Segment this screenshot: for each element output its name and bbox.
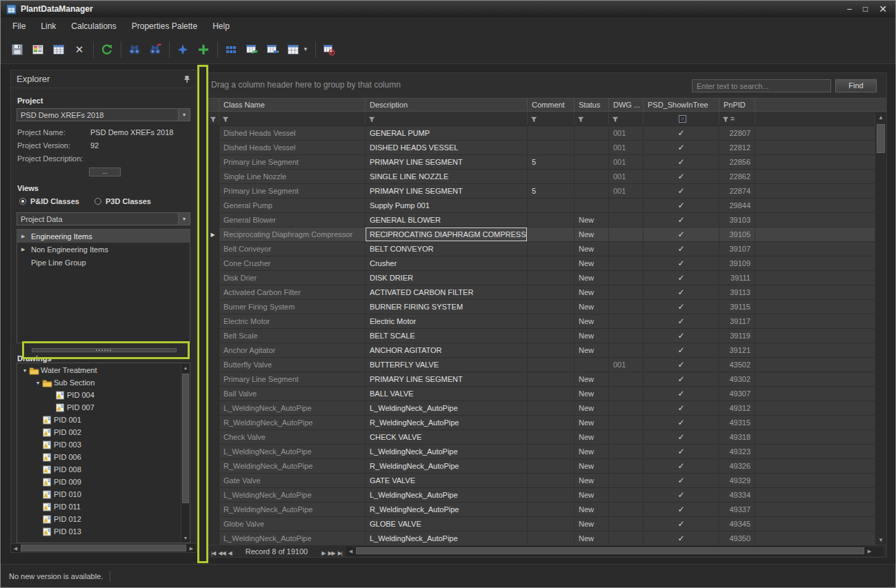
cell-description[interactable]: RECIPROCATING DIAPHRAGM COMPRESSOR <box>366 227 528 241</box>
cell-class-name[interactable]: R_WeldingNeck_AutoPipe <box>219 459 366 473</box>
cell-dwg[interactable]: 001 <box>609 141 644 154</box>
filter-cell-comment[interactable] <box>528 112 575 125</box>
cell-status[interactable]: New <box>575 242 609 256</box>
maximize-icon[interactable]: □ <box>863 5 868 13</box>
cell-class-name[interactable]: General Pump <box>219 199 366 212</box>
cell-class-name[interactable]: Electric Motor <box>219 314 366 328</box>
cell-status[interactable]: New <box>575 343 609 357</box>
cell-pnpid[interactable]: 22812 <box>719 141 755 154</box>
cell-pnpid[interactable]: 22856 <box>719 155 755 169</box>
cell-comment[interactable] <box>528 329 575 343</box>
menu-item-properties-palette[interactable]: Properties Palette <box>124 19 205 34</box>
cell-status[interactable] <box>575 358 609 372</box>
table-row[interactable]: Check ValveCHECK VALVENew✓49318 <box>207 430 886 445</box>
cell-description[interactable]: PRIMARY LINE SEGMENT <box>366 372 528 386</box>
cell-dwg[interactable] <box>609 488 644 502</box>
cell-comment[interactable] <box>528 343 575 357</box>
find-advanced-icon[interactable] <box>147 41 163 58</box>
table-row[interactable]: General PumpSupply Pump 001✓29844 <box>207 199 886 213</box>
cell-status[interactable]: New <box>575 314 609 328</box>
cell-comment[interactable] <box>528 271 575 285</box>
cell-comment[interactable] <box>528 256 575 270</box>
cell-class-name[interactable]: Ball Valve <box>219 387 366 401</box>
cell-psd-showintree[interactable]: ✓ <box>644 285 719 299</box>
cell-status[interactable] <box>575 141 609 154</box>
column-header-comment[interactable]: Comment <box>528 99 575 111</box>
cell-dwg[interactable] <box>609 213 644 227</box>
cell-dwg[interactable] <box>609 329 644 343</box>
cell-description[interactable]: Crusher <box>366 256 528 270</box>
cell-psd-showintree[interactable]: ✓ <box>644 227 719 241</box>
table-row[interactable]: L_WeldingNeck_AutoPipeL_WeldingNeck_Auto… <box>207 531 886 546</box>
vertical-splitter[interactable] <box>199 67 205 560</box>
cell-pnpid[interactable]: 43502 <box>719 358 755 372</box>
cell-dwg[interactable] <box>609 401 644 415</box>
cell-comment[interactable] <box>528 170 575 183</box>
cell-comment[interactable] <box>528 213 575 227</box>
cell-comment[interactable] <box>528 517 575 531</box>
refresh-icon[interactable] <box>99 41 115 58</box>
cell-class-name[interactable]: Reciprocating Diaphragm Compressor <box>219 227 366 241</box>
cell-comment[interactable] <box>528 126 575 140</box>
cell-comment[interactable]: 5 <box>528 184 575 198</box>
scroll-right-icon[interactable]: ▶ <box>865 547 874 556</box>
expand-icon[interactable]: ▶ <box>21 234 31 239</box>
cell-pnpid[interactable]: 49337 <box>719 503 755 516</box>
chevron-down-icon[interactable]: ▼ <box>178 213 190 225</box>
cell-dwg[interactable] <box>609 517 644 531</box>
grid-horizontal-scrollbar[interactable]: ◀ ▶ <box>346 547 884 556</box>
cell-status[interactable]: New <box>575 213 609 227</box>
menu-item-file[interactable]: File <box>5 19 33 34</box>
drawing-tree-item-pid-010[interactable]: PID 010 <box>17 488 181 500</box>
menu-item-link[interactable]: Link <box>33 19 63 34</box>
edit-grid-icon[interactable] <box>264 41 281 58</box>
scroll-up-icon[interactable]: ▲ <box>181 363 190 372</box>
drawing-tree-item-pid-007[interactable]: PID 007 <box>17 401 181 414</box>
cell-status[interactable]: New <box>575 430 609 444</box>
cell-description[interactable]: ACTIVATED CARBON FILTER <box>366 285 528 299</box>
cell-pnpid[interactable]: 49312 <box>719 401 755 415</box>
cell-comment[interactable] <box>528 300 575 314</box>
cell-description[interactable]: Supply Pump 001 <box>366 199 528 212</box>
cell-psd-showintree[interactable]: ✓ <box>644 314 719 328</box>
pager-button[interactable]: ▶| <box>337 550 344 556</box>
cell-comment[interactable] <box>528 430 575 444</box>
cell-status[interactable]: New <box>575 503 609 516</box>
pager-button[interactable]: ◀◀ <box>217 550 226 556</box>
cell-psd-showintree[interactable]: ✓ <box>644 271 719 285</box>
drawing-tree-item-pid-004[interactable]: PID 004 <box>17 389 181 401</box>
cell-status[interactable]: New <box>575 271 609 285</box>
class-tree-item-pipe-line-group[interactable]: Pipe Line Group <box>17 256 190 269</box>
multi-select-icon[interactable] <box>223 41 239 58</box>
cell-psd-showintree[interactable]: ✓ <box>644 459 719 473</box>
drawing-tree-item-sub-section[interactable]: ▼Sub Section <box>17 376 181 389</box>
column-header-dwg[interactable]: DWG ... <box>609 99 644 111</box>
scrollbar-thumb[interactable] <box>182 374 189 503</box>
cell-class-name[interactable]: Dished Heads Vessel <box>219 126 366 140</box>
chevron-down-icon[interactable]: ▼ <box>178 109 190 121</box>
cell-psd-showintree[interactable]: ✓ <box>644 126 719 140</box>
cell-class-name[interactable]: Cone Crusher <box>219 256 366 270</box>
cell-dwg[interactable] <box>609 387 644 401</box>
cell-dwg[interactable] <box>609 242 644 256</box>
cell-status[interactable]: New <box>575 445 609 458</box>
cell-class-name[interactable]: Anchor Agitator <box>219 343 366 357</box>
cell-comment[interactable] <box>528 314 575 328</box>
filter-checkbox[interactable] <box>679 115 686 123</box>
menu-item-calculations[interactable]: Calculations <box>63 19 123 34</box>
table-row[interactable]: Gate ValveGATE VALVENew✓49329 <box>207 474 886 488</box>
scroll-down-icon[interactable]: ▼ <box>181 534 190 543</box>
cell-description[interactable]: GENERAL PUMP <box>366 126 528 140</box>
cell-psd-showintree[interactable]: ✓ <box>644 474 719 487</box>
cell-class-name[interactable]: Primary Line Segment <box>219 155 366 169</box>
menu-item-help[interactable]: Help <box>205 19 237 34</box>
cell-dwg[interactable] <box>609 416 644 429</box>
save-icon[interactable] <box>9 41 26 58</box>
column-header-description[interactable]: Description <box>366 99 528 111</box>
delete-rows-icon[interactable] <box>321 41 337 58</box>
pager-button[interactable]: |◀ <box>210 550 217 556</box>
cell-dwg[interactable] <box>609 314 644 328</box>
cell-dwg[interactable] <box>609 271 644 285</box>
project-description-button[interactable]: ... <box>89 168 121 176</box>
cell-comment[interactable] <box>528 372 575 386</box>
